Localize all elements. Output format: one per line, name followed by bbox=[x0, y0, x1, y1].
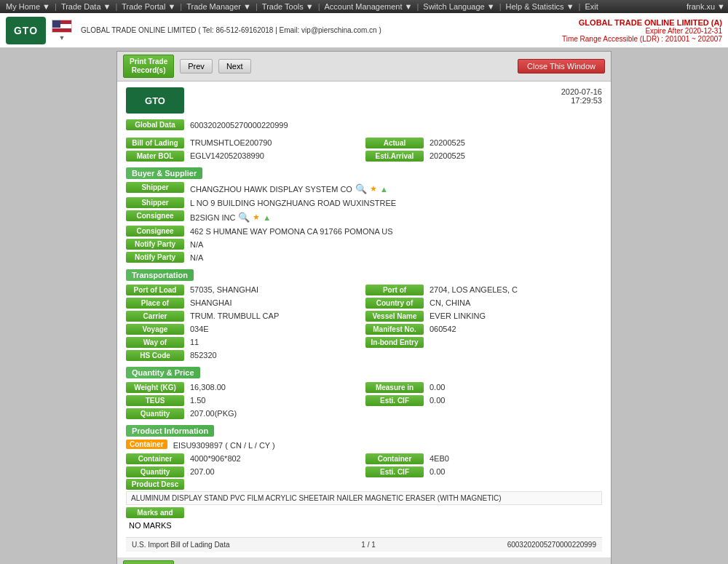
header-right: GLOBAL TRADE ONLINE LIMITED (A) Expire A… bbox=[562, 18, 722, 43]
global-data-label: Global Data bbox=[126, 119, 184, 130]
shipper-value-1: L NO 9 BUILDING HONGZHUANG ROAD WUXINSTR… bbox=[187, 197, 602, 209]
bottom-toolbar: Print TradeRecord(s) Prev Next Close Thi… bbox=[117, 557, 611, 564]
star-icon-1[interactable]: ★ bbox=[253, 213, 260, 222]
quantity-price-header: Quantity & Price bbox=[126, 367, 200, 378]
star-icon-0[interactable]: ★ bbox=[370, 184, 377, 194]
arrow-icon-1[interactable]: ▲ bbox=[263, 213, 271, 222]
vessel-name-label: Vessel Name bbox=[365, 311, 424, 322]
shipper-value-0: CHANGZHOU HAWK DISPLAY SYSTEM CO 🔍 ★ ▲ bbox=[187, 182, 602, 196]
next-top-button[interactable]: Next bbox=[218, 59, 251, 74]
carrier-value: TRUM. TRUMBULL CAP bbox=[187, 310, 363, 322]
magnifier-icon-0[interactable]: 🔍 bbox=[355, 183, 367, 194]
print-top-button[interactable]: Print TradeRecord(s) bbox=[123, 55, 174, 78]
flag-label: ▼ bbox=[59, 34, 66, 41]
consignee-label-1: Consignee bbox=[126, 226, 184, 237]
main-content: Print TradeRecord(s) Prev Next Close Thi… bbox=[0, 48, 728, 564]
teus-label: TEUS bbox=[126, 395, 184, 406]
arrow-icon-0[interactable]: ▲ bbox=[380, 185, 388, 194]
weight-value: 16,308.00 bbox=[187, 381, 363, 393]
weight-label: Weight (KG) bbox=[126, 382, 184, 393]
inbond-label: In-bond Entry bbox=[365, 337, 424, 348]
nav-trade-tools[interactable]: Trade Tools ▼ bbox=[259, 2, 317, 11]
content-date: 2020-07-16 17:29:53 bbox=[561, 87, 602, 105]
nav-switch-language[interactable]: Switch Language ▼ bbox=[420, 2, 497, 11]
mater-left: Mater BOL EGLV142052038990 bbox=[126, 150, 363, 162]
port-load-label: Port of Load bbox=[126, 285, 184, 295]
nav-trade-data[interactable]: Trade Data ▼ bbox=[58, 2, 114, 11]
mater-value: EGLV142052038990 bbox=[187, 150, 363, 162]
notify-party-row-1: Notify Party N/A bbox=[126, 252, 602, 263]
global-data-value: 6003202005270000220999 bbox=[187, 119, 602, 131]
container-tag-row: Container EISU9309897 ( CN / L / CY ) bbox=[126, 440, 602, 451]
country-of-label: Country of bbox=[365, 298, 424, 309]
esti-cif-value: 0.00 bbox=[427, 394, 602, 406]
transport-row-2: Carrier TRUM. TRUMBULL CAP Vessel Name E… bbox=[126, 310, 602, 322]
prod-container-label-0: Container bbox=[126, 453, 184, 464]
prod-qty-value: 207.00 bbox=[187, 466, 363, 477]
product-desc-label: Product Desc bbox=[126, 479, 184, 490]
header-bar: GTO ▼ GLOBAL TRADE ONLINE LIMITED ( Tel:… bbox=[0, 13, 728, 48]
notify-party-label-0: Notify Party bbox=[126, 239, 184, 250]
country-of-value: CN, CHINA bbox=[427, 297, 602, 309]
prod-esti-cif-value: 0.00 bbox=[427, 466, 602, 477]
prev-top-button[interactable]: Prev bbox=[180, 59, 213, 74]
nav-my-home[interactable]: My Home ▼ bbox=[3, 2, 53, 11]
quantity-value: 207.00(PKG) bbox=[187, 408, 363, 419]
marks-row: Marks and bbox=[126, 507, 602, 518]
transport-row-5: HS Code 852320 bbox=[126, 349, 602, 361]
qty-row-0: Weight (KG) 16,308.00 Measure in 0.00 bbox=[126, 381, 602, 393]
content-area: GTO 2020-07-16 17:29:53 Global Data 6003… bbox=[117, 82, 611, 557]
notify-party-value-0: N/A bbox=[187, 239, 602, 250]
marks-value: NO MARKS bbox=[126, 520, 602, 531]
product-desc-value: ALUMINUM DISPLAY STAND PVC FILM ACRYLIC … bbox=[126, 491, 602, 505]
page-info-page: 1 / 1 bbox=[361, 541, 375, 549]
quantity-price-section: Quantity & Price Weight (KG) 16,308.00 M… bbox=[126, 367, 602, 419]
actual-value: 20200525 bbox=[427, 137, 602, 148]
prod-container-value-0: 4000*906*802 bbox=[187, 453, 363, 464]
shipper-label-1: Shipper bbox=[126, 197, 184, 208]
magnifier-icon-1[interactable]: 🔍 bbox=[238, 212, 250, 223]
close-top-button[interactable]: Close This Window bbox=[518, 59, 605, 74]
nav-trade-portal[interactable]: Trade Portal ▼ bbox=[119, 2, 178, 11]
global-data-row: Global Data 6003202005270000220999 bbox=[126, 119, 602, 131]
nav-exit[interactable]: Exit bbox=[582, 2, 601, 11]
us-flag bbox=[52, 20, 72, 33]
way-of-value: 11 bbox=[187, 336, 363, 348]
manifest-value: 060542 bbox=[427, 323, 602, 335]
qty-row-1: TEUS 1.50 Esti. CIF 0.00 bbox=[126, 394, 602, 406]
actual-label: Actual bbox=[365, 138, 424, 148]
port-load-value: 57035, SHANGHAI bbox=[187, 284, 363, 295]
print-bottom-button[interactable]: Print TradeRecord(s) bbox=[123, 560, 174, 564]
nav-help-statistics[interactable]: Help & Statistics ▼ bbox=[503, 2, 577, 11]
esti-cif-label: Esti. CIF bbox=[365, 395, 424, 406]
shipper-text-0: CHANGZHOU HAWK DISPLAY SYSTEM CO bbox=[190, 185, 352, 194]
page-info-bar: U.S. Import Bill of Lading Data 1 / 1 60… bbox=[126, 537, 602, 552]
esti-value: 20200525 bbox=[427, 150, 602, 162]
content-time-value: 17:29:53 bbox=[561, 96, 602, 105]
gto-logo: GTO bbox=[6, 17, 46, 44]
bill-row: Bill of Lading TRUMSHTLOE200790 Actual 2… bbox=[126, 137, 602, 148]
nav-trade-manager[interactable]: Trade Manager ▼ bbox=[183, 2, 254, 11]
voyage-label: Voyage bbox=[126, 324, 184, 335]
page-info-label: U.S. Import Bill of Lading Data bbox=[132, 541, 230, 549]
product-info-header: Product Information bbox=[126, 425, 214, 437]
consignee-value-1: 462 S HUMANE WAY POMONA CA 91766 POMONA … bbox=[187, 226, 602, 237]
transportation-header: Transportation bbox=[126, 269, 194, 281]
buyer-supplier-header: Buyer & Supplier bbox=[126, 167, 202, 179]
carrier-label: Carrier bbox=[126, 311, 184, 322]
container-tag-value: EISU9309897 ( CN / L / CY ) bbox=[170, 440, 602, 451]
mater-row: Mater BOL EGLV142052038990 Esti.Arrival … bbox=[126, 150, 602, 162]
user-info[interactable]: frank.xu ▼ bbox=[687, 2, 725, 11]
shipper-row-1: Shipper L NO 9 BUILDING HONGZHUANG ROAD … bbox=[126, 197, 602, 209]
shipper-label-0: Shipper bbox=[126, 182, 184, 193]
header-expire-date: Expire After 2020-12-31 bbox=[562, 27, 722, 35]
consignee-row-1: Consignee 462 S HUMANE WAY POMONA CA 917… bbox=[126, 226, 602, 237]
hs-code-value: 852320 bbox=[187, 349, 363, 361]
nav-account-management[interactable]: Account Management ▼ bbox=[322, 2, 416, 11]
port-of-label: Port of bbox=[365, 285, 424, 295]
prod-container-value-1: 4EB0 bbox=[427, 453, 602, 464]
header-contact: GLOBAL TRADE ONLINE LIMITED ( Tel: 86-51… bbox=[81, 26, 381, 34]
prod-row-0: Container 4000*906*802 Container 4EB0 bbox=[126, 453, 602, 464]
product-desc-row: Product Desc bbox=[126, 479, 602, 490]
content-gto-logo: GTO bbox=[126, 87, 184, 114]
